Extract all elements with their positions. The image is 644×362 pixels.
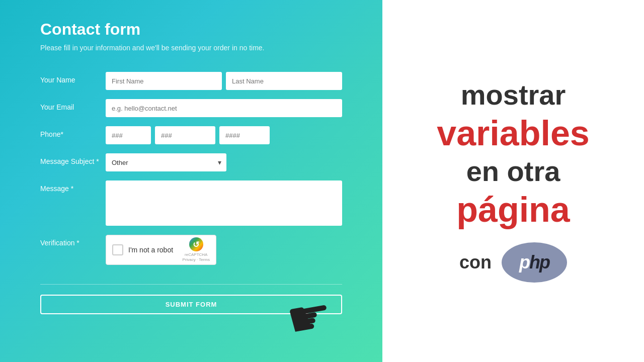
recaptcha-icon: ↺	[189, 237, 203, 251]
right-text-variables: variables	[437, 116, 590, 151]
verification-controls: I'm not a robot ↺ reCAPTCHAPrivacy · Ter…	[106, 235, 342, 265]
php-logo-text: php	[519, 252, 549, 273]
captcha-logo: ↺ reCAPTCHAPrivacy · Terms	[182, 237, 210, 262]
verification-row: Verification * I'm not a robot ↺ reCAPTC…	[40, 235, 342, 265]
right-panel: mostrar variables en otra página con php	[382, 0, 644, 362]
message-label: Message *	[40, 180, 106, 193]
subject-label: Message Subject *	[40, 153, 106, 165]
message-textarea[interactable]	[106, 180, 342, 226]
left-panel: Contact form Please fill in your informa…	[0, 0, 382, 362]
con-text: con	[459, 252, 492, 273]
right-text-pagina: página	[456, 192, 570, 227]
phone-inputs	[106, 126, 342, 144]
subject-controls: Other General Inquiry Support	[106, 153, 342, 171]
last-name-input[interactable]	[226, 72, 342, 90]
submit-button[interactable]: SUBMIT FORM	[40, 295, 342, 314]
message-controls	[106, 180, 342, 226]
form-divider	[40, 284, 342, 285]
subject-select[interactable]: Other General Inquiry Support	[106, 153, 226, 171]
form-title: Contact form	[40, 20, 342, 39]
captcha-brand-text: reCAPTCHAPrivacy · Terms	[182, 252, 210, 262]
phone-input-2[interactable]	[155, 126, 215, 144]
phone-label: Phone*	[40, 126, 106, 138]
captcha-box[interactable]: I'm not a robot ↺ reCAPTCHAPrivacy · Ter…	[106, 235, 216, 265]
email-label: Your Email	[40, 99, 106, 111]
email-inputs	[106, 99, 342, 117]
phone-row: Phone*	[40, 126, 342, 144]
form-subtitle: Please fill in your information and we'l…	[40, 44, 342, 52]
contact-form: Your Name Your Email Phone* Message Su	[40, 72, 342, 274]
verification-label: Verification *	[40, 235, 106, 247]
right-text-en-otra: en otra	[466, 156, 560, 187]
name-row: Your Name	[40, 72, 342, 90]
captcha-label: I'm not a robot	[128, 246, 177, 254]
phone-input-3[interactable]	[219, 126, 270, 144]
email-input[interactable]	[106, 99, 342, 117]
subject-select-wrapper: Other General Inquiry Support	[106, 153, 226, 171]
right-text-mostrar: mostrar	[461, 79, 566, 111]
name-label: Your Name	[40, 72, 106, 84]
message-row: Message *	[40, 180, 342, 226]
phone-input-1[interactable]	[106, 126, 151, 144]
email-row: Your Email	[40, 99, 342, 117]
captcha-checkbox[interactable]	[112, 244, 123, 255]
name-inputs	[106, 72, 342, 90]
php-logo: php	[502, 242, 567, 283]
first-name-input[interactable]	[106, 72, 222, 90]
right-bottom: con php	[459, 242, 567, 283]
subject-row: Message Subject * Other General Inquiry …	[40, 153, 342, 171]
